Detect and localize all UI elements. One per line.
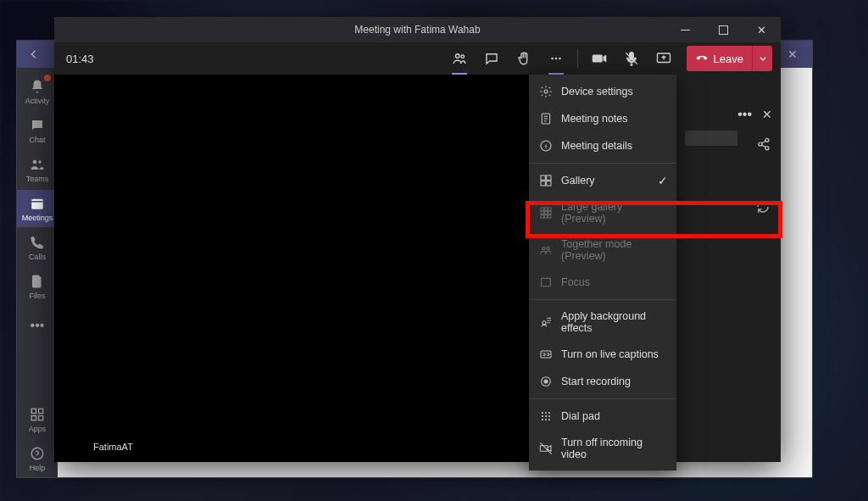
svg-rect-30 xyxy=(548,211,551,214)
mic-button[interactable] xyxy=(615,44,648,73)
svg-rect-25 xyxy=(541,208,543,210)
camera-button[interactable] xyxy=(583,44,615,73)
sidebar-item-meetings[interactable]: Meetings xyxy=(17,190,58,227)
calendar-icon xyxy=(29,195,46,212)
meeting-titlebar: Meeting with Fatima Wahab ✕ xyxy=(54,17,781,42)
maximize-button[interactable] xyxy=(704,17,743,42)
menu-label: Start recording xyxy=(561,376,631,387)
sidebar-item-teams[interactable]: Teams xyxy=(17,151,58,188)
sidebar-item-files[interactable]: Files xyxy=(17,268,58,305)
check-icon: ✓ xyxy=(658,174,668,187)
focus-icon xyxy=(539,276,553,289)
svg-point-17 xyxy=(765,147,769,150)
sidebar-item-label: Meetings xyxy=(22,214,53,222)
menu-together-mode: Together mode (Preview) xyxy=(529,231,676,269)
svg-point-10 xyxy=(461,55,465,58)
svg-point-48 xyxy=(545,419,547,420)
menu-label: Dial pad xyxy=(561,410,600,422)
meeting-controls: Leave xyxy=(443,44,772,73)
svg-rect-28 xyxy=(541,211,543,214)
bell-icon xyxy=(29,78,46,95)
menu-label: Meeting notes xyxy=(561,113,628,125)
svg-rect-6 xyxy=(39,416,43,420)
svg-rect-36 xyxy=(542,278,551,286)
video-off-icon xyxy=(539,442,553,455)
sidebar-item-label: Teams xyxy=(26,175,49,183)
help-icon xyxy=(29,445,46,462)
notes-icon xyxy=(539,112,553,125)
panel-close-button[interactable]: ✕ xyxy=(762,108,772,121)
menu-label: Apply background effects xyxy=(561,310,666,334)
menu-label: Together mode (Preview) xyxy=(561,238,666,262)
svg-point-40 xyxy=(544,380,548,383)
sidebar-item-label: Activity xyxy=(25,97,50,105)
menu-background-effects[interactable]: Apply background effects xyxy=(529,303,676,341)
captions-icon xyxy=(539,348,553,361)
participant-name-label: FatimaAT xyxy=(93,442,133,452)
minimize-button[interactable] xyxy=(666,17,704,42)
menu-separator xyxy=(529,299,676,300)
menu-meeting-details[interactable]: Meeting details xyxy=(529,132,676,159)
leave-chevron[interactable] xyxy=(752,46,772,71)
hangup-icon xyxy=(695,51,709,67)
menu-start-recording[interactable]: Start recording xyxy=(529,368,676,395)
sidebar-item-activity[interactable]: Activity xyxy=(17,73,58,110)
menu-turn-off-incoming-video[interactable]: Turn off incoming video xyxy=(529,430,676,467)
menu-label: Focus xyxy=(561,276,590,288)
svg-rect-31 xyxy=(541,215,543,218)
apps-icon xyxy=(29,406,46,423)
grid-icon xyxy=(539,174,553,187)
dialpad-icon xyxy=(539,409,553,423)
effects-icon xyxy=(539,315,553,329)
menu-large-gallery: Large gallery (Preview) xyxy=(529,194,676,231)
menu-meeting-notes[interactable]: Meeting notes xyxy=(529,105,676,132)
menu-live-captions[interactable]: Turn on live captions xyxy=(529,341,676,368)
gear-icon xyxy=(539,85,553,98)
panel-placeholder xyxy=(685,131,737,146)
menu-separator xyxy=(529,163,676,164)
menu-dial-pad[interactable]: Dial pad xyxy=(529,403,676,430)
svg-point-0 xyxy=(33,160,37,164)
svg-rect-32 xyxy=(544,215,547,218)
sidebar-item-apps[interactable]: Apps xyxy=(17,401,58,438)
menu-device-settings[interactable]: Device settings xyxy=(529,78,676,105)
svg-point-18 xyxy=(544,90,548,93)
svg-rect-4 xyxy=(39,409,43,413)
svg-rect-22 xyxy=(547,175,551,180)
panel-share-button[interactable] xyxy=(757,137,771,154)
sidebar-item-help[interactable]: Help xyxy=(17,440,58,477)
more-actions-menu: Device settings Meeting notes Meeting de… xyxy=(529,75,676,470)
chat-button[interactable] xyxy=(476,44,508,73)
toolbar-divider xyxy=(577,49,578,68)
svg-rect-26 xyxy=(544,208,547,210)
sidebar-item-label: Help xyxy=(30,464,46,472)
nav-back-button[interactable] xyxy=(24,44,44,64)
menu-label: Gallery xyxy=(561,175,595,186)
sidebar-item-chat[interactable]: Chat xyxy=(17,112,58,149)
menu-separator xyxy=(529,398,676,399)
svg-point-44 xyxy=(542,415,543,417)
svg-rect-33 xyxy=(548,215,551,218)
menu-label: Device settings xyxy=(561,86,633,97)
notification-badge xyxy=(44,75,51,81)
svg-point-15 xyxy=(765,138,769,142)
meeting-window-controls: ✕ xyxy=(666,17,781,42)
close-button[interactable]: ✕ xyxy=(743,17,781,42)
raise-hand-button[interactable] xyxy=(508,44,540,73)
leave-button[interactable]: Leave xyxy=(687,46,772,71)
menu-label: Large gallery (Preview) xyxy=(561,201,666,225)
svg-point-1 xyxy=(38,160,41,163)
participants-button[interactable] xyxy=(443,44,476,73)
sidebar-item-calls[interactable]: Calls xyxy=(17,229,58,266)
share-screen-button[interactable] xyxy=(648,44,680,73)
menu-label: Turn off incoming video xyxy=(561,437,666,460)
reconnect-icon[interactable] xyxy=(755,199,771,217)
more-actions-button[interactable] xyxy=(540,44,572,73)
side-panel: ••• ✕ xyxy=(671,75,781,462)
ellipsis-icon: ••• xyxy=(29,317,46,334)
panel-more-button[interactable]: ••• xyxy=(737,107,752,122)
teams-sidebar: Activity Chat Teams Meetings Calls Files xyxy=(17,68,58,477)
sidebar-item-more[interactable]: ••• xyxy=(17,307,58,344)
menu-gallery[interactable]: Gallery ✓ xyxy=(529,167,676,194)
leave-label: Leave xyxy=(714,53,743,65)
